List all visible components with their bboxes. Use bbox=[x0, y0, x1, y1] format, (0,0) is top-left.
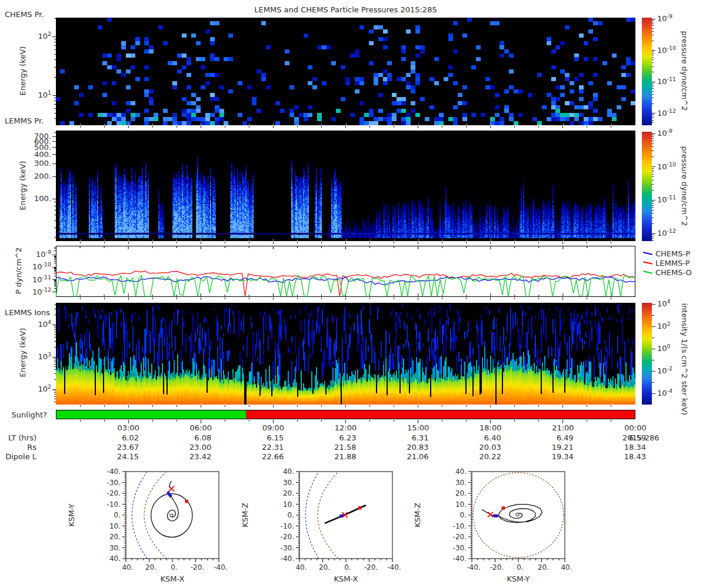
hour-major-tick bbox=[201, 242, 201, 244]
hour-minor-tick bbox=[249, 126, 249, 128]
axis-tick-label: 400. bbox=[10, 150, 51, 159]
hour-minor-tick bbox=[514, 405, 515, 407]
hour-minor-tick bbox=[466, 405, 467, 407]
lt-value: 6.08 bbox=[176, 433, 211, 442]
hour-minor-tick bbox=[225, 405, 225, 407]
axis-minor-tick bbox=[54, 118, 56, 119]
time-tick-label: 00:00 bbox=[618, 423, 653, 432]
axis-major-tick bbox=[52, 136, 56, 137]
orbit-y-tick-label: 40. bbox=[109, 554, 121, 563]
orbit-y-tick-label: 30. bbox=[455, 479, 467, 487]
orbit-x-tick-label: -20. bbox=[490, 563, 504, 572]
orbit-y-tick-label: 20. bbox=[455, 489, 467, 497]
axis-minor-tick bbox=[54, 337, 56, 338]
orbit-y-tick-label: -10. bbox=[107, 500, 121, 509]
colorbar-major-tick bbox=[652, 133, 655, 134]
hour-minor-tick bbox=[514, 420, 515, 422]
hour-major-tick bbox=[490, 298, 491, 300]
pressure-lineplot bbox=[56, 246, 635, 297]
hour-minor-tick bbox=[321, 298, 322, 299]
colorbar-minor-tick bbox=[652, 118, 654, 118]
axis-major-tick bbox=[52, 389, 56, 390]
colorbar-minor-tick bbox=[652, 190, 654, 191]
lt-value: 6.15 bbox=[248, 433, 284, 442]
orbit-y-tick-label: 20. bbox=[109, 533, 121, 541]
colorbar-minor-tick bbox=[652, 203, 654, 203]
saturn-symbol bbox=[170, 514, 174, 517]
colorbar-minor-tick bbox=[652, 156, 654, 157]
axis-minor-tick bbox=[54, 132, 56, 133]
hour-major-tick bbox=[273, 298, 274, 300]
axis-minor-tick bbox=[54, 329, 56, 330]
hour-minor-tick bbox=[587, 420, 587, 422]
hour-minor-tick bbox=[176, 126, 177, 128]
orbit-ylabel: KSM-Z bbox=[241, 503, 249, 527]
hour-minor-tick bbox=[225, 298, 225, 299]
orbit-y-tick-label: 20. bbox=[283, 489, 294, 497]
colorbar-minor-tick bbox=[652, 201, 654, 202]
colorbar-minor-tick bbox=[652, 223, 654, 224]
colorbar-tick-label: 100 bbox=[657, 344, 671, 353]
colorbar-minor-tick bbox=[652, 180, 654, 181]
colorbar-tick-label: 10-10 bbox=[657, 162, 676, 172]
legend-dash-chems-p bbox=[643, 252, 652, 255]
lt-value: 6.49 bbox=[538, 433, 574, 442]
sunlight-night-segment bbox=[246, 410, 635, 419]
lt-value: 6.23 bbox=[321, 433, 357, 442]
hour-major-tick bbox=[273, 405, 274, 407]
colorbar-minor-tick bbox=[652, 146, 654, 147]
hour-major-tick bbox=[273, 126, 274, 128]
hour-major-tick bbox=[345, 126, 346, 128]
colorbar-minor-tick bbox=[652, 22, 654, 22]
hour-minor-tick bbox=[249, 242, 249, 243]
axis-major-tick bbox=[52, 154, 56, 155]
orbit-y-tick-label: 40. bbox=[283, 467, 294, 476]
axis-minor-tick bbox=[54, 392, 56, 393]
axis-minor-tick bbox=[54, 248, 56, 249]
hour-minor-tick bbox=[297, 405, 298, 407]
colorbar-tick-label: 10-12 bbox=[657, 109, 676, 118]
hour-minor-tick bbox=[176, 242, 177, 243]
orbit-y-tick-label: -30. bbox=[107, 479, 121, 487]
axis-minor-tick bbox=[54, 347, 56, 348]
row-label-rs: Rs bbox=[0, 443, 36, 452]
hour-minor-tick bbox=[80, 405, 81, 407]
axis-major-tick bbox=[52, 357, 56, 358]
hour-major-tick bbox=[562, 242, 563, 244]
colorbar-minor-tick bbox=[652, 91, 654, 92]
colorbar-minor-tick bbox=[652, 213, 654, 213]
time-tick-label: 18:00 bbox=[473, 423, 508, 432]
axis-minor-tick bbox=[54, 282, 56, 283]
lt-value: 6.02 bbox=[104, 433, 139, 442]
hour-minor-tick bbox=[442, 405, 442, 407]
sunlight-day-segment bbox=[56, 410, 246, 419]
colorbar-tick-label: 10-9 bbox=[657, 129, 672, 138]
hour-major-tick bbox=[128, 126, 129, 128]
orbit-xlabel: KSM-X bbox=[334, 574, 358, 583]
colorbar-minor-tick bbox=[652, 235, 654, 235]
hour-minor-tick bbox=[538, 242, 539, 243]
axis-tick-label: 10-10 bbox=[10, 262, 51, 272]
colorbar-minor-tick bbox=[652, 116, 654, 116]
colorbar-minor-tick bbox=[652, 85, 654, 85]
axis-major-tick bbox=[52, 95, 56, 96]
axis-minor-tick bbox=[54, 59, 56, 60]
hour-minor-tick bbox=[514, 126, 515, 128]
orbit-x-tick-label: -20. bbox=[364, 563, 378, 572]
lt-value: 6.59 bbox=[611, 433, 646, 442]
hour-minor-tick bbox=[538, 298, 539, 299]
orbit-x-tick-label: 20. bbox=[319, 563, 330, 572]
colorbar-minor-tick bbox=[652, 98, 654, 98]
colorbar-major-tick bbox=[652, 82, 655, 82]
rs-value: 20.03 bbox=[466, 443, 501, 452]
orbit-y-tick-label: -40. bbox=[107, 467, 121, 476]
hour-minor-tick bbox=[297, 242, 298, 243]
hour-minor-tick bbox=[104, 242, 105, 243]
axis-minor-tick bbox=[54, 220, 56, 221]
colorbar-minor-tick bbox=[652, 31, 654, 32]
lemms-spectrogram bbox=[56, 131, 635, 241]
rs-value: 19.21 bbox=[538, 443, 574, 452]
colorbar-minor-tick bbox=[652, 238, 654, 239]
legend-dash-lemms-p bbox=[643, 261, 652, 264]
axis-minor-tick bbox=[54, 270, 56, 271]
